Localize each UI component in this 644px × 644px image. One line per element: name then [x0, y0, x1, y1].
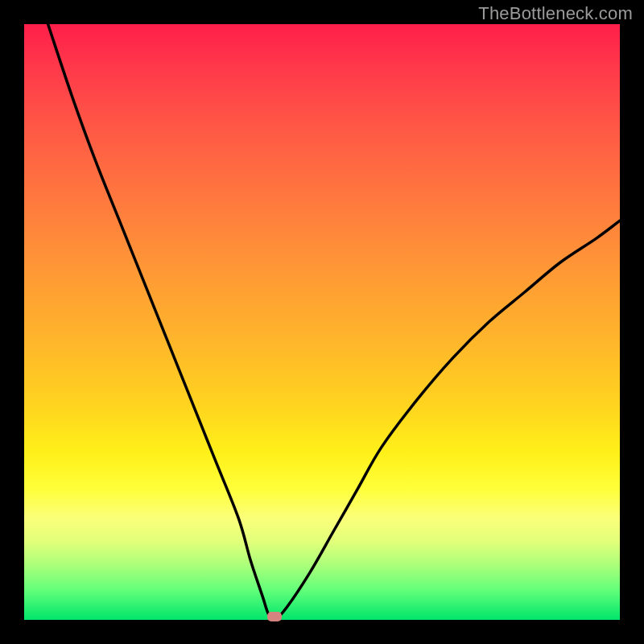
- bottleneck-marker: [267, 612, 282, 621]
- watermark-text: TheBottleneck.com: [478, 3, 633, 24]
- plot-area: [24, 24, 620, 620]
- bottleneck-curve: [24, 24, 620, 620]
- chart-frame: TheBottleneck.com: [0, 0, 644, 644]
